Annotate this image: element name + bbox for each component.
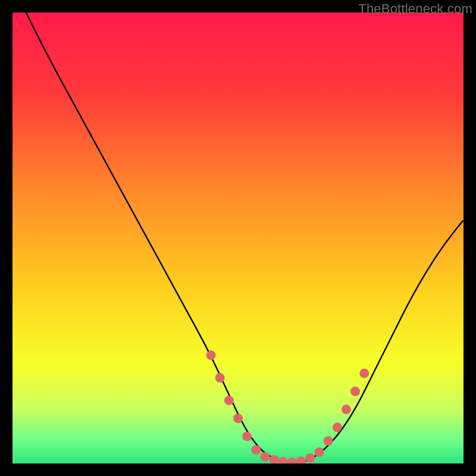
highlight-dot <box>242 432 252 441</box>
highlight-dot <box>206 350 216 360</box>
watermark-text: TheBottleneck.com <box>358 1 472 17</box>
highlight-dot <box>224 396 234 405</box>
highlight-dot <box>305 453 315 463</box>
highlight-dot <box>350 387 360 396</box>
highlight-dot <box>314 447 324 457</box>
bottleneck-chart <box>12 12 464 464</box>
chart-frame <box>12 12 464 464</box>
highlight-dot <box>342 405 351 414</box>
highlight-dot <box>233 414 243 423</box>
highlight-dot <box>260 452 270 462</box>
highlight-dot <box>215 373 225 383</box>
chart-background-gradient <box>12 12 464 464</box>
highlight-dot <box>324 436 333 446</box>
highlight-dot <box>359 368 369 378</box>
highlight-dot <box>251 445 261 455</box>
highlight-dot <box>333 422 342 432</box>
